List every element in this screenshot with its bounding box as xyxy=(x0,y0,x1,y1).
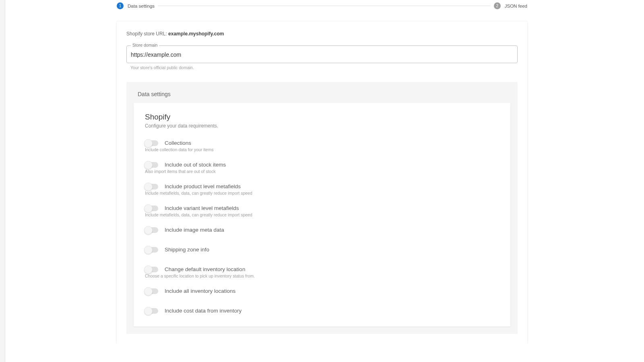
toggle-out-of-stock-switch[interactable] xyxy=(145,162,158,168)
toggle-image-meta: Include image meta data xyxy=(145,227,499,233)
main-box: Shopify store URL: example.myshopify.com… xyxy=(117,21,527,343)
toggle-out-of-stock-label: Include out of stock items xyxy=(165,162,226,168)
toggle-variant-metafields-label: Include variant level metafields xyxy=(165,205,239,211)
store-domain-legend: Store domain xyxy=(131,43,159,47)
shopify-card: Shopify Configure your data requirements… xyxy=(134,103,510,327)
toggle-inventory-location-desc: Choose a specific location to pick up in… xyxy=(145,274,499,278)
toggle-shipping-zone-label: Shipping zone info xyxy=(165,247,209,253)
toggle-inventory-location-switch[interactable] xyxy=(145,267,158,272)
store-domain-fieldset: Store domain xyxy=(126,45,518,63)
toggle-shipping-zone: Shipping zone info xyxy=(145,247,499,253)
page-container: 1 Data settings 2 JSON feed Shopify stor… xyxy=(109,0,535,343)
toggle-collections-switch[interactable] xyxy=(145,140,158,146)
store-domain-helper: Your store's official public domain. xyxy=(130,65,518,70)
step-2[interactable]: 2 JSON feed xyxy=(494,2,527,9)
step-2-circle: 2 xyxy=(494,2,501,9)
toggle-all-inventory-label: Include all inventory locations xyxy=(165,288,235,294)
left-gutter xyxy=(0,0,5,343)
toggle-cost-data-label: Include cost data from inventory xyxy=(165,308,242,314)
toggle-image-meta-switch[interactable] xyxy=(145,227,158,233)
step-1[interactable]: 1 Data settings xyxy=(117,2,155,9)
store-domain-wrapper: Store domain Your store's official publi… xyxy=(126,45,518,70)
toggle-variant-metafields: Include variant level metafields Include… xyxy=(145,205,499,217)
shopify-url-line: Shopify store URL: example.myshopify.com xyxy=(126,31,518,37)
toggle-product-metafields-desc: Include metafields, data, can greatly re… xyxy=(145,191,499,195)
card-title: Shopify xyxy=(145,113,499,121)
store-domain-input[interactable] xyxy=(127,46,517,63)
step-1-label: Data settings xyxy=(128,4,155,8)
toggle-inventory-location: Change default inventory location Choose… xyxy=(145,266,499,278)
settings-panel: Data settings Shopify Configure your dat… xyxy=(126,82,518,334)
toggle-collections-desc: Include collection data for your items xyxy=(145,147,499,152)
step-divider xyxy=(158,6,491,6)
card-subtitle: Configure your data requirements. xyxy=(145,123,499,129)
toggle-product-metafields-label: Include product level metafields xyxy=(165,183,241,189)
step-1-circle: 1 xyxy=(117,2,124,9)
shopify-url-value: example.myshopify.com xyxy=(168,31,224,37)
toggle-cost-data-switch[interactable] xyxy=(145,308,158,314)
toggle-collections: Collections Include collection data for … xyxy=(145,140,499,152)
toggle-out-of-stock: Include out of stock items Also import i… xyxy=(145,162,499,174)
toggle-variant-metafields-desc: Include metafields, data, can greatly re… xyxy=(145,212,499,217)
step-2-label: JSON feed xyxy=(505,4,527,8)
stepper: 1 Data settings 2 JSON feed xyxy=(117,0,527,13)
toggle-cost-data: Include cost data from inventory xyxy=(145,308,499,314)
toggle-all-inventory: Include all inventory locations xyxy=(145,288,499,294)
toggle-image-meta-label: Include image meta data xyxy=(165,227,224,233)
toggle-collections-label: Collections xyxy=(165,140,191,146)
toggle-variant-metafields-switch[interactable] xyxy=(145,206,158,211)
toggle-out-of-stock-desc: Also import items that are out of stock xyxy=(145,169,499,174)
settings-panel-title: Data settings xyxy=(138,91,510,97)
toggle-shipping-zone-switch[interactable] xyxy=(145,247,158,253)
toggle-all-inventory-switch[interactable] xyxy=(145,288,158,294)
toggle-product-metafields: Include product level metafields Include… xyxy=(145,183,499,195)
toggle-inventory-location-label: Change default inventory location xyxy=(165,266,245,272)
shopify-url-prefix: Shopify store URL: xyxy=(126,31,168,37)
toggle-product-metafields-switch[interactable] xyxy=(145,184,158,189)
